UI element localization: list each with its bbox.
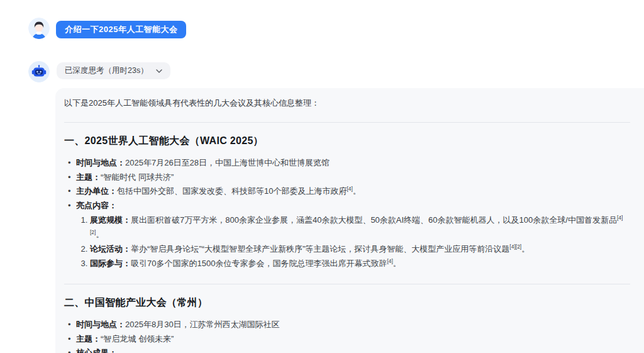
item-text: 包括中国外交部、国家发改委、科技部等10个部委及上海市政府 — [117, 186, 347, 196]
user-message-bubble: 介绍一下2025年人工智能大会 — [56, 21, 186, 38]
bullet-list: 时间与地点：2025年7月26日至28日，中国上海世博中心和世博展览馆 主题：“… — [64, 156, 630, 271]
thinking-toggle-label: 已深度思考（用时23s） — [65, 65, 148, 76]
assistant-avatar — [28, 61, 50, 82]
citation-link[interactable]: [4] — [347, 186, 352, 192]
chevron-down-icon — [156, 69, 162, 73]
item-text: “智启龙城 创领未来” — [101, 334, 174, 344]
item-label: 主题： — [76, 172, 101, 182]
item-label: 时间与地点： — [76, 158, 125, 167]
item-tail: 。 — [96, 230, 104, 239]
item-label: 主题： — [76, 334, 101, 344]
citation-link[interactable]: [2] — [516, 244, 521, 250]
list-item: 主办单位：包括中国外交部、国家发改委、科技部等10个部委及上海市政府[4]。 — [76, 184, 630, 199]
section-title: 二、中国智能产业大会（常州） — [64, 296, 630, 310]
numbered-item: 展览规模：展出面积首破7万平方米，800余家企业参展，涵盖40余款大模型、50余… — [90, 213, 630, 242]
user-avatar — [28, 18, 50, 39]
list-item: 时间与地点：2025年8月30日，江苏常州西太湖国际社区 — [76, 318, 630, 332]
conference-section: 二、中国智能产业大会（常州） 时间与地点：2025年8月30日，江苏常州西太湖国… — [64, 284, 630, 353]
section-title: 一、2025世界人工智能大会（WAIC 2025） — [64, 135, 630, 148]
item-text: 2025年7月26日至28日，中国上海世博中心和世博展览馆 — [125, 158, 330, 167]
item-text: 2025年8月30日，江苏常州西太湖国际社区 — [125, 320, 280, 329]
bullet-list: 时间与地点：2025年8月30日，江苏常州西太湖国际社区 主题：“智启龙城 创领… — [64, 318, 630, 353]
person-icon — [28, 18, 50, 39]
thinking-toggle[interactable]: 已深度思考（用时23s） — [57, 62, 170, 79]
item-label: 国际参与： — [90, 259, 131, 268]
section-divider — [64, 284, 630, 284]
item-tail: 。 — [353, 186, 361, 196]
user-message-row: 介绍一下2025年人工智能大会 — [28, 18, 186, 39]
list-item: 时间与地点：2025年7月26日至28日，中国上海世博中心和世博展览馆 — [76, 156, 630, 171]
item-text: 吸引70多个国家的1500余位专家参会，国务院总理李强出席开幕式致辞 — [131, 259, 387, 268]
item-label: 时间与地点： — [76, 320, 125, 329]
citation-link[interactable]: [4] — [387, 258, 392, 264]
conference-section: 一、2025世界人工智能大会（WAIC 2025） 时间与地点：2025年7月2… — [64, 122, 630, 271]
item-text: “智能时代 同球共济” — [101, 172, 174, 182]
list-item: 核心成果： 产学研合作：揭牌“中国人工智能学会长三角创新基地”和“西太湖人工智能… — [76, 346, 630, 353]
robot-icon — [28, 61, 50, 82]
citation-link[interactable]: [4] — [509, 244, 515, 250]
response-intro: 以下是2025年人工智能领域具有代表性的几大会议及其核心信息整理： — [64, 98, 630, 109]
section-divider — [64, 122, 630, 123]
numbered-item: 论坛活动：举办“智启具身论坛”“大模型智塑全球产业新秩序”等主题论坛，探讨具身智… — [90, 242, 630, 256]
item-tail: 。 — [393, 259, 401, 268]
item-label: 展览规模： — [90, 215, 131, 225]
item-citations: [4] — [347, 186, 352, 196]
item-text: 展出面积首破7万平方米，800余家企业参展，涵盖40余款大模型、50余款AI终端… — [131, 215, 617, 225]
item-label: 亮点内容： — [76, 201, 117, 210]
item-label: 主办单位： — [76, 186, 117, 196]
numbered-list: 展览规模：展出面积首破7万平方米，800余家企业参展，涵盖40余款大模型、50余… — [76, 213, 630, 271]
item-citations: [4] — [387, 259, 392, 268]
item-tail: 。 — [521, 244, 530, 254]
item-citations: [4][2] — [509, 244, 521, 254]
sections-container: 一、2025世界人工智能大会（WAIC 2025） 时间与地点：2025年7月2… — [64, 122, 630, 353]
citation-link[interactable]: [4] — [617, 215, 623, 221]
item-text: 举办“智启具身论坛”“大模型智塑全球产业新秩序”等主题论坛，探讨具身智能、大模型… — [131, 244, 509, 254]
item-label: 核心成果： — [76, 348, 117, 353]
item-label: 论坛活动： — [90, 244, 131, 254]
numbered-item: 国际参与：吸引70多个国家的1500余位专家参会，国务院总理李强出席开幕式致辞[… — [90, 256, 630, 271]
assistant-response-card: 以下是2025年人工智能领域具有代表性的几大会议及其核心信息整理： 一、2025… — [55, 88, 644, 353]
assistant-message-row: 已深度思考（用时23s） — [28, 61, 170, 82]
list-item: 主题：“智启龙城 创领未来” — [76, 332, 630, 347]
list-item: 主题：“智能时代 同球共济” — [76, 171, 630, 185]
list-item: 亮点内容： 展览规模：展出面积首破7万平方米，800余家企业参展，涵盖40余款大… — [76, 199, 630, 271]
